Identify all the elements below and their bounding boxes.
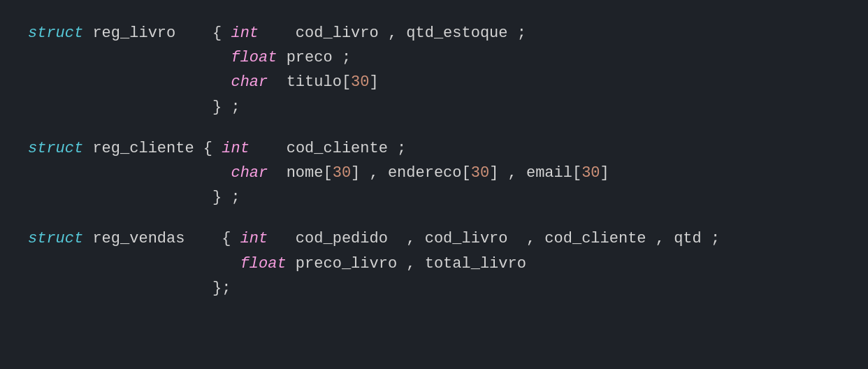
code-line: } ; [28, 185, 840, 210]
code-token-number-literal: 30 [471, 161, 489, 185]
code-line: char nome[30] , endereco[30] , email[30] [28, 161, 840, 185]
code-token-plain: cod_cliente ; [249, 136, 406, 161]
code-token-plain [28, 252, 240, 276]
code-token-plain: cod_pedido , cod_livro , cod_cliente , q… [268, 226, 720, 251]
code-line: char titulo[30] [28, 70, 840, 94]
code-token-plain: } ; [28, 95, 240, 120]
code-token-plain: ] , email[ [489, 161, 581, 185]
code-line: } ; [28, 95, 840, 120]
code-token-kw-type: float [240, 252, 287, 276]
code-token-kw-type: int [222, 136, 249, 161]
code-token-plain: reg_cliente { [83, 136, 222, 161]
code-token-plain: preco_livro , total_livro [287, 252, 526, 276]
code-token-plain: cod_livro , qtd_estoque ; [259, 21, 526, 45]
code-token-number-literal: 30 [581, 161, 600, 185]
code-token-plain [28, 70, 231, 94]
code-line: struct reg_vendas { int cod_pedido , cod… [28, 226, 840, 251]
code-line: struct reg_cliente { int cod_cliente ; [28, 136, 840, 161]
code-token-kw-type: char [231, 70, 268, 94]
code-token-kw-struct: struct [28, 226, 83, 251]
code-token-plain: ] [370, 70, 379, 94]
code-token-plain: preco ; [277, 45, 351, 70]
code-line: float preco_livro , total_livro [28, 252, 840, 276]
code-block-reg_livro: struct reg_livro { int cod_livro , qtd_e… [28, 21, 840, 120]
code-token-plain: } ; [28, 185, 240, 210]
code-token-plain: }; [28, 276, 231, 301]
code-token-kw-type: float [231, 45, 277, 70]
code-token-number-literal: 30 [351, 70, 369, 94]
code-token-kw-type: int [240, 226, 268, 251]
code-block-reg_vendas: struct reg_vendas { int cod_pedido , cod… [28, 226, 840, 301]
code-line: float preco ; [28, 45, 840, 70]
code-editor: struct reg_livro { int cod_livro , qtd_e… [0, 0, 868, 338]
code-token-kw-struct: struct [28, 21, 83, 45]
code-token-kw-type: int [231, 21, 259, 45]
code-token-plain: titulo[ [268, 70, 351, 94]
code-token-plain [28, 161, 231, 185]
code-line: struct reg_livro { int cod_livro , qtd_e… [28, 21, 840, 45]
code-token-plain: ] , endereco[ [351, 161, 471, 185]
code-token-number-literal: 30 [333, 161, 351, 185]
code-token-kw-struct: struct [28, 136, 83, 161]
code-line: }; [28, 276, 840, 301]
code-token-plain: reg_vendas { [83, 226, 240, 251]
code-token-plain [28, 45, 231, 70]
code-block-reg_cliente: struct reg_cliente { int cod_cliente ; c… [28, 136, 840, 210]
code-token-plain: nome[ [268, 161, 332, 185]
code-token-plain: reg_livro { [83, 21, 231, 45]
code-token-kw-type: char [231, 161, 268, 185]
code-token-plain: ] [600, 161, 609, 185]
